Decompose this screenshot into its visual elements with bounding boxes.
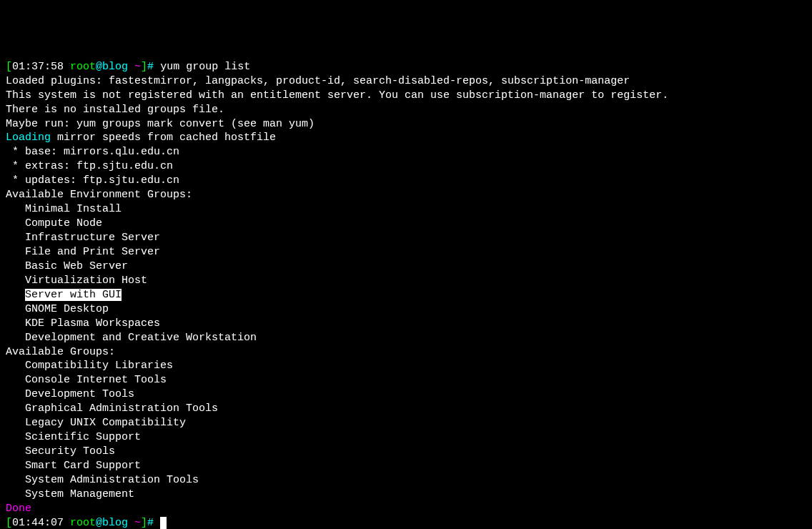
env-group-item-highlighted: Server with GUI xyxy=(6,288,806,302)
output-line: There is no installed groups file. xyxy=(6,103,806,117)
prompt-host: blog xyxy=(102,61,134,73)
prompt-user: root xyxy=(64,517,96,529)
env-group-item: Development and Creative Workstation xyxy=(6,331,806,345)
avail-group-item: System Management xyxy=(6,488,806,502)
cursor-icon xyxy=(160,517,167,529)
loading-rest: mirror speeds from cached hostfile xyxy=(51,132,276,144)
avail-group-item: Development Tools xyxy=(6,387,806,402)
avail-group-item: Console Internet Tools xyxy=(6,373,806,387)
prompt-user: root xyxy=(64,61,96,73)
output-line: This system is not registered with an en… xyxy=(6,89,806,103)
env-groups-header: Available Environment Groups: xyxy=(6,188,806,202)
env-group-item: Virtualization Host xyxy=(6,274,806,288)
prompt-tilde: ~ xyxy=(134,61,141,73)
env-group-item: KDE Plasma Workspaces xyxy=(6,317,806,331)
prompt-at: @ xyxy=(96,517,102,529)
mirror-line: * updates: ftp.sjtu.edu.cn xyxy=(6,174,806,188)
env-group-item: Basic Web Server xyxy=(6,259,806,274)
done-line: Done xyxy=(6,502,806,516)
prompt-time: 01:44:07 xyxy=(12,517,64,529)
terminal-output[interactable]: [01:37:58 root@blog ~]# yum group listLo… xyxy=(6,60,806,529)
env-group-item: GNOME Desktop xyxy=(6,302,806,317)
env-group-item: Infrastructure Server xyxy=(6,231,806,245)
output-line: Maybe run: yum groups mark convert (see … xyxy=(6,117,806,132)
avail-group-item: Legacy UNIX Compatibility xyxy=(6,416,806,430)
env-group-item: Minimal Install xyxy=(6,202,806,217)
output-line: Loaded plugins: fastestmirror, langpacks… xyxy=(6,74,806,89)
avail-group-item: Smart Card Support xyxy=(6,459,806,473)
loading-word: Loading xyxy=(6,132,51,144)
avail-groups-header: Available Groups: xyxy=(6,345,806,360)
env-group-item: File and Print Server xyxy=(6,245,806,259)
bracket-close: ] xyxy=(141,517,147,529)
mirror-line: * extras: ftp.sjtu.edu.cn xyxy=(6,159,806,174)
prompt-host: blog xyxy=(102,517,134,529)
output-line: Loading mirror speeds from cached hostfi… xyxy=(6,131,806,145)
prompt-hash: # xyxy=(147,61,160,73)
prompt-tilde: ~ xyxy=(134,517,141,529)
avail-group-item: Compatibility Libraries xyxy=(6,359,806,373)
avail-group-item: System Administration Tools xyxy=(6,473,806,488)
prompt-line-2[interactable]: [01:44:07 root@blog ~]# xyxy=(6,516,806,529)
avail-group-item: Scientific Support xyxy=(6,430,806,445)
avail-group-item: Security Tools xyxy=(6,445,806,459)
prompt-at: @ xyxy=(96,61,102,73)
prompt-time: 01:37:58 xyxy=(12,61,64,73)
highlighted-text: Server with GUI xyxy=(25,289,122,301)
prompt-line-1: [01:37:58 root@blog ~]# yum group list xyxy=(6,60,806,74)
prompt-hash: # xyxy=(147,517,160,529)
env-group-item: Compute Node xyxy=(6,217,806,231)
bracket-open: [ xyxy=(6,517,12,529)
bracket-close: ] xyxy=(141,61,147,73)
mirror-line: * base: mirrors.qlu.edu.cn xyxy=(6,145,806,159)
avail-group-item: Graphical Administration Tools xyxy=(6,402,806,416)
bracket-open: [ xyxy=(6,61,12,73)
command-text: yum group list xyxy=(160,61,250,73)
